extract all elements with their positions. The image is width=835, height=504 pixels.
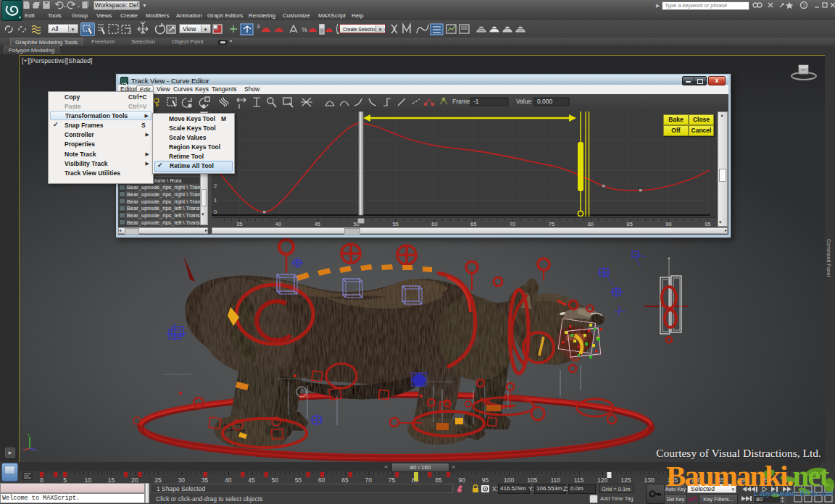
svg-text:Value: Value <box>516 98 531 105</box>
svg-text:Bear_upnode_rips_right \ Trans: Bear_upnode_rips_right \ Transfor <box>127 191 200 198</box>
svg-text:3: 3 <box>257 23 260 30</box>
svg-text:Frame: Frame <box>452 98 470 105</box>
svg-text:%: % <box>302 26 307 33</box>
svg-text:Bear_upnode_rips_left \ Transf: Bear_upnode_rips_left \ Transform <box>127 205 200 211</box>
svg-text:2: 2 <box>214 182 217 189</box>
svg-text:Bear_upnode_rips_right \ Trans: Bear_upnode_rips_right \ Transfor <box>127 198 200 205</box>
svg-text:-1: -1 <box>473 98 479 105</box>
svg-text:0: 0 <box>214 209 217 215</box>
svg-text:Bear_upnode_rips_left \ Transf: Bear_upnode_rips_left \ Transform <box>127 212 200 219</box>
svg-text:▾: ▾ <box>64 4 66 9</box>
svg-text:Bear_upnode_rips_right \ Trans: Bear_upnode_rips_right \ Transfor <box>127 184 200 190</box>
svg-text:Bear_upnode_rips_left \ Transf: Bear_upnode_rips_left \ Transform <box>127 219 200 226</box>
svg-text:1: 1 <box>214 197 217 203</box>
svg-text:z: z <box>28 432 30 437</box>
svg-text:?: ? <box>802 3 805 8</box>
svg-text:0.000: 0.000 <box>537 98 553 105</box>
svg-text:▾: ▾ <box>78 4 80 9</box>
svg-text:UM: UM <box>801 68 805 72</box>
